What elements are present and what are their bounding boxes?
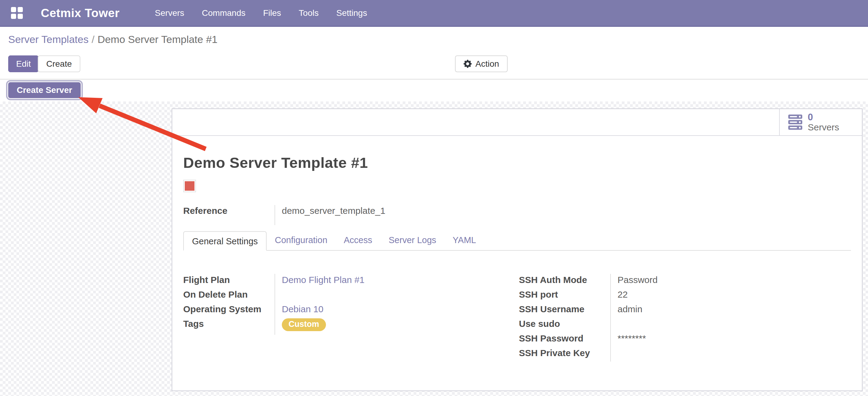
field-link-flight-plan[interactable]: Demo Flight Plan #1	[282, 275, 365, 285]
field-row: Tags Custom	[183, 318, 519, 335]
tab-general-settings[interactable]: General Settings	[183, 231, 267, 251]
field-column-right: SSH Auth Mode Password SSH port 22 SSH U…	[519, 274, 841, 362]
field-label: Flight Plan	[183, 274, 275, 288]
server-stack-icon	[788, 115, 802, 130]
field-row: SSH Auth Mode Password	[519, 274, 841, 288]
tab-access[interactable]: Access	[336, 231, 380, 250]
field-label: SSH Password	[519, 332, 610, 347]
stat-button-row: 0 Servers	[172, 109, 862, 136]
reference-label: Reference	[183, 205, 275, 225]
edit-button[interactable]: Edit	[8, 55, 39, 72]
field-value	[610, 347, 841, 362]
field-row: On Delete Plan	[183, 288, 519, 303]
tab-yaml[interactable]: YAML	[444, 231, 484, 250]
field-value: admin	[610, 303, 841, 318]
field-columns: Flight Plan Demo Flight Plan #1 On Delet…	[183, 274, 851, 362]
field-label: On Delete Plan	[183, 288, 275, 303]
brand-title: Cetmix Tower	[41, 6, 120, 20]
field-label: Tags	[183, 318, 275, 335]
card-body: Demo Server Template #1 Reference demo_s…	[172, 154, 862, 362]
action-button[interactable]: Action	[455, 55, 508, 72]
breadcrumb: Server Templates/Demo Server Template #1	[8, 33, 218, 46]
field-label: Operating System	[183, 303, 275, 318]
nav-item-commands[interactable]: Commands	[202, 8, 245, 18]
field-row: Use sudo	[519, 318, 841, 332]
field-row: SSH Password ********	[519, 332, 841, 347]
record-title: Demo Server Template #1	[183, 154, 851, 171]
create-server-button[interactable]: Create Server	[7, 81, 82, 99]
record-card: 0 Servers Demo Server Template #1 Refere…	[172, 108, 863, 391]
field-label: SSH Auth Mode	[519, 274, 610, 288]
gear-icon	[464, 60, 472, 68]
field-label: Use sudo	[519, 318, 610, 332]
header-divider	[0, 79, 868, 80]
field-row: Operating System Debian 10	[183, 303, 519, 318]
create-button[interactable]: Create	[38, 55, 80, 72]
reference-row: Reference demo_server_template_1	[183, 205, 851, 225]
stat-label: Servers	[808, 122, 839, 132]
main-menu: Servers Commands Files Tools Settings	[155, 8, 367, 18]
page: Cetmix Tower Servers Commands Files Tool…	[0, 0, 868, 396]
field-link-operating-system[interactable]: Debian 10	[282, 304, 323, 314]
field-row: SSH port 22	[519, 288, 841, 303]
field-value: ********	[610, 332, 841, 347]
tag-badge-custom: Custom	[282, 318, 326, 331]
field-row: SSH Username admin	[519, 303, 841, 318]
top-navbar: Cetmix Tower Servers Commands Files Tool…	[0, 0, 868, 27]
field-label: SSH Username	[519, 303, 610, 318]
action-button-label: Action	[475, 59, 499, 69]
field-value: Password	[610, 274, 841, 288]
field-row: Flight Plan Demo Flight Plan #1	[183, 274, 519, 288]
content-header: Server Templates/Demo Server Template #1…	[0, 27, 868, 102]
nav-item-tools[interactable]: Tools	[299, 8, 319, 18]
nav-item-files[interactable]: Files	[263, 8, 281, 18]
breadcrumb-separator: /	[89, 33, 97, 45]
stat-count: 0	[808, 112, 839, 122]
apps-grid-icon[interactable]	[11, 7, 23, 19]
breadcrumb-current: Demo Server Template #1	[97, 33, 217, 45]
nav-item-settings[interactable]: Settings	[336, 8, 367, 18]
field-label: SSH port	[519, 288, 610, 303]
field-column-left: Flight Plan Demo Flight Plan #1 On Delet…	[183, 274, 519, 362]
field-value	[275, 288, 475, 303]
field-value: 22	[610, 288, 841, 303]
servers-stat-button[interactable]: 0 Servers	[779, 109, 862, 135]
field-value	[610, 318, 841, 332]
tab-configuration[interactable]: Configuration	[267, 231, 336, 250]
color-swatch	[183, 180, 196, 192]
reference-value: demo_server_template_1	[275, 205, 851, 225]
color-swatch-fill	[185, 181, 194, 191]
field-row: SSH Private Key	[519, 347, 841, 362]
field-label: SSH Private Key	[519, 347, 610, 362]
notebook-tabs: General Settings Configuration Access Se…	[183, 231, 851, 251]
tab-server-logs[interactable]: Server Logs	[380, 231, 444, 250]
breadcrumb-link-server-templates[interactable]: Server Templates	[8, 33, 89, 45]
nav-item-servers[interactable]: Servers	[155, 8, 184, 18]
